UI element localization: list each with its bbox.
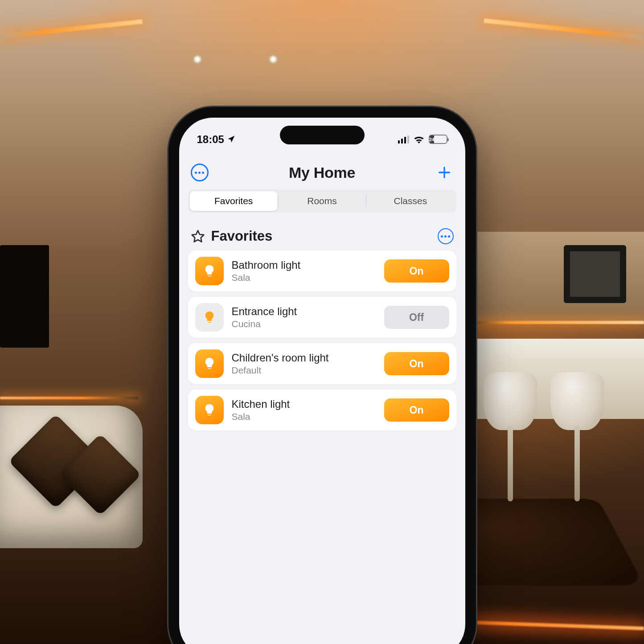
led-strip	[475, 321, 644, 324]
star-outline-icon	[191, 229, 205, 243]
battery-icon: 24	[429, 135, 447, 144]
page-title: My Home	[289, 164, 355, 181]
add-button[interactable]	[435, 164, 453, 181]
ellipsis-icon	[441, 235, 450, 238]
dynamic-island	[280, 126, 365, 144]
ceiling-spotlight	[267, 53, 279, 65]
section-title-text: Favorites	[211, 228, 273, 244]
device-name: Bathroom light	[232, 259, 376, 271]
svg-marker-2	[192, 230, 204, 242]
oven	[564, 245, 626, 303]
led-strip	[484, 18, 644, 40]
device-name: Kitchen light	[232, 398, 376, 410]
device-card[interactable]: Bathroom light Sala On	[188, 250, 456, 291]
device-state-button[interactable]: Off	[384, 306, 449, 329]
device-card[interactable]: Entrance light Cucina Off	[188, 297, 456, 338]
plus-icon	[437, 165, 452, 180]
tab-favorites[interactable]: Favorites	[190, 191, 278, 211]
device-state-button[interactable]: On	[384, 352, 449, 375]
device-room: Cucina	[232, 319, 376, 329]
device-room: Sala	[232, 411, 376, 422]
more-options-button[interactable]	[191, 164, 209, 181]
device-name: Entrance light	[232, 305, 376, 318]
view-segmented-control: Favorites Rooms Classes	[188, 189, 456, 213]
tab-rooms[interactable]: Rooms	[278, 191, 366, 211]
tv	[0, 245, 49, 348]
lightbulb-icon	[195, 303, 224, 332]
wifi-icon	[414, 135, 424, 144]
section-options-button[interactable]	[438, 228, 454, 244]
lightbulb-icon	[195, 349, 224, 378]
favorites-list: Bathroom light Sala On Entrance light Cu…	[179, 250, 465, 431]
device-state-button[interactable]: On	[384, 259, 449, 283]
device-card[interactable]: Kitchen light Sala On	[188, 390, 456, 431]
phone-frame: 18:05 24 My Home Favorites Rooms Classes…	[168, 107, 476, 644]
lightbulb-icon	[195, 257, 224, 285]
device-room: Default	[232, 365, 376, 376]
status-time: 18:05	[197, 133, 224, 146]
tab-classes[interactable]: Classes	[366, 191, 454, 211]
bar-stool	[550, 372, 604, 430]
led-strip	[0, 19, 142, 38]
ellipsis-icon	[195, 172, 204, 174]
ceiling-spotlight	[192, 53, 203, 65]
battery-level: 24	[430, 135, 435, 143]
device-name: Children's room light	[232, 352, 376, 364]
bar-stool	[484, 372, 537, 430]
location-icon	[227, 135, 235, 144]
device-room: Sala	[232, 272, 376, 283]
app-header: My Home	[179, 151, 465, 189]
device-card[interactable]: Children's room light Default On	[188, 343, 456, 384]
section-header: Favorites	[179, 213, 465, 250]
cellular-signal-icon	[398, 135, 409, 144]
led-strip	[0, 397, 138, 399]
lightbulb-icon	[195, 396, 224, 424]
device-state-button[interactable]: On	[384, 398, 449, 422]
